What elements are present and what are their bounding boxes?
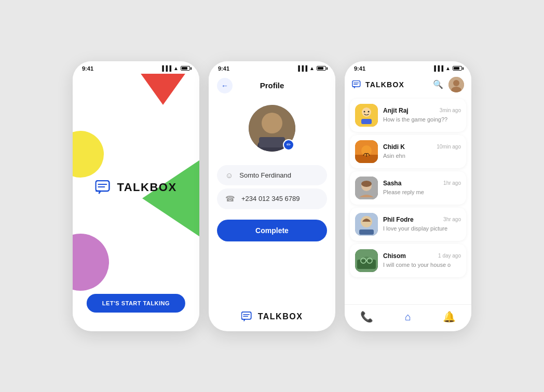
back-button[interactable]: ← xyxy=(217,78,233,93)
signal-icon-2: ▐▐▐ xyxy=(296,65,307,71)
complete-button[interactable]: Complete xyxy=(217,220,327,241)
chat-name-row-chidi: Chidi K 10min ago xyxy=(383,143,461,151)
svg-point-14 xyxy=(453,80,459,86)
avatar-phil xyxy=(355,213,378,236)
avatar-chisom-svg xyxy=(355,249,378,272)
signal-icon-3: ▐▐▐ xyxy=(432,65,443,71)
chat-name-row-sasha: Sasha 1hr ago xyxy=(383,180,461,187)
footer-brand-name: TALKBOX xyxy=(258,312,303,321)
chat-preview-sasha: Please reply me xyxy=(383,189,424,195)
chat-info-chidi: Chidi K 10min ago Asin ehn xyxy=(383,143,461,160)
chat-item-phil[interactable]: Phil Fodre 3hr ago I love your display p… xyxy=(350,208,466,241)
phone-icon: ☎ xyxy=(225,194,235,204)
start-talking-button[interactable]: LET'S START TALKING xyxy=(87,294,185,313)
signal-icon: ▐▐▐ xyxy=(160,65,171,71)
chat-time-anjit: 3min ago xyxy=(440,107,461,113)
screen2-footer: TALKBOX xyxy=(241,312,303,322)
chat-name-chisom: Chisom xyxy=(383,252,406,260)
svg-rect-7 xyxy=(241,312,251,319)
svg-point-17 xyxy=(362,107,371,117)
profile-header: ← Profile xyxy=(209,74,335,97)
chat-topbar: TALKBOX 🔍 xyxy=(345,74,471,97)
status-icons-1: ▐▐▐ ▲ xyxy=(160,65,190,71)
chat-info-sasha: Sasha 1hr ago Please reply me xyxy=(383,180,461,196)
nav-notifications-icon[interactable]: 🔔 xyxy=(438,308,461,325)
talkbox-logo-icon xyxy=(95,180,113,195)
chat-name-row-phil: Phil Fodre 3hr ago xyxy=(383,216,461,223)
yellow-circle-decoration xyxy=(73,131,104,178)
profile-title: Profile xyxy=(233,81,311,90)
green-triangle-decoration xyxy=(142,157,199,240)
user-avatar-svg xyxy=(448,77,464,92)
avatar-sasha-svg xyxy=(355,177,378,199)
phone-field: ☎ +234 012 345 6789 xyxy=(217,188,327,209)
edit-avatar-badge[interactable]: ✏ xyxy=(283,139,294,151)
time-1: 9:41 xyxy=(82,65,93,72)
phone-profile: 9:41 ▐▐▐ ▲ ← Profile xyxy=(209,61,335,331)
time-3: 9:41 xyxy=(354,65,365,72)
topbar-brand-name: TALKBOX xyxy=(365,80,404,89)
name-field: ☺ Somto Ferdinand xyxy=(217,165,327,185)
nav-calls-icon[interactable]: 📞 xyxy=(355,308,378,325)
chat-item-chidi[interactable]: Chidi K 10min ago Asin ehn xyxy=(350,135,466,168)
brand-name-1: TALKBOX xyxy=(117,181,176,194)
chat-item-anjit[interactable]: Anjit Raj 3min ago How is the game going… xyxy=(350,99,466,132)
chat-name-chidi: Chidi K xyxy=(383,143,405,151)
chat-preview-chisom: I will come to your house o xyxy=(383,262,451,268)
chat-item-chisom[interactable]: Chisom 1 day ago I will come to your hou… xyxy=(350,244,466,277)
svg-point-5 xyxy=(262,113,282,133)
phone-value: +234 012 345 6789 xyxy=(241,195,300,202)
avatar-chidi xyxy=(355,140,378,163)
avatar-anjit xyxy=(355,104,378,127)
chat-preview-chidi: Asin ehn xyxy=(383,153,405,159)
chat-info-phil: Phil Fodre 3hr ago I love your display p… xyxy=(383,216,461,233)
svg-rect-20 xyxy=(361,119,372,124)
battery-icon-3 xyxy=(453,66,462,71)
chat-name-sasha: Sasha xyxy=(383,180,401,187)
status-icons-3: ▐▐▐ ▲ xyxy=(432,65,462,71)
status-icons-2: ▐▐▐ ▲ xyxy=(296,65,326,71)
avatar-chisom xyxy=(355,249,378,272)
topbar-logo: TALKBOX xyxy=(352,80,428,89)
chat-time-chidi: 10min ago xyxy=(437,144,461,150)
svg-rect-6 xyxy=(259,137,285,147)
purple-circle-decoration xyxy=(73,234,109,291)
search-icon[interactable]: 🔍 xyxy=(431,77,445,92)
chat-info-chisom: Chisom 1 day ago I will come to your hou… xyxy=(383,252,461,269)
wifi-icon-2: ▲ xyxy=(309,65,315,71)
wifi-icon: ▲ xyxy=(173,65,179,71)
nav-home-icon[interactable]: ⌂ xyxy=(400,309,416,325)
chat-preview-phil: I love your display picture xyxy=(383,225,447,232)
svg-rect-10 xyxy=(352,80,360,86)
avatar-section: ✏ xyxy=(209,97,335,162)
red-triangle-decoration xyxy=(137,74,189,105)
avatar-wrapper: ✏ xyxy=(249,105,295,152)
status-bar-1: 9:41 ▐▐▐ ▲ xyxy=(73,61,199,74)
chat-time-sasha: 1hr ago xyxy=(443,180,461,186)
svg-point-27 xyxy=(361,181,372,187)
user-avatar[interactable] xyxy=(448,77,464,92)
avatar-chidi-svg xyxy=(355,140,378,163)
topbar-logo-icon xyxy=(352,80,362,89)
chat-item-sasha[interactable]: Sasha 1hr ago Please reply me xyxy=(350,171,466,205)
svg-rect-30 xyxy=(359,229,374,235)
svg-point-19 xyxy=(368,111,370,112)
chat-list: Anjit Raj 3min ago How is the game going… xyxy=(345,97,471,320)
phones-container: 9:41 ▐▐▐ ▲ TALKBOX LET'S START TA xyxy=(73,61,471,331)
phone-splash: 9:41 ▐▐▐ ▲ TALKBOX LET'S START TA xyxy=(73,61,199,331)
chat-preview-anjit: How is the game going?? xyxy=(383,116,447,123)
chat-name-row-chisom: Chisom 1 day ago xyxy=(383,252,461,260)
status-bar-3: 9:41 ▐▐▐ ▲ xyxy=(345,61,471,74)
chat-time-chisom: 1 day ago xyxy=(438,253,461,259)
battery-icon xyxy=(181,66,190,71)
avatar-phil-svg xyxy=(355,213,378,236)
footer-logo-icon xyxy=(241,312,254,322)
svg-rect-0 xyxy=(96,181,109,191)
time-2: 9:41 xyxy=(218,65,229,72)
person-icon: ☺ xyxy=(225,171,233,180)
chat-name-anjit: Anjit Raj xyxy=(383,107,409,114)
status-bar-2: 9:41 ▐▐▐ ▲ xyxy=(209,61,335,74)
battery-icon-2 xyxy=(317,66,326,71)
wifi-icon-3: ▲ xyxy=(445,65,451,71)
chat-info-anjit: Anjit Raj 3min ago How is the game going… xyxy=(383,107,461,124)
